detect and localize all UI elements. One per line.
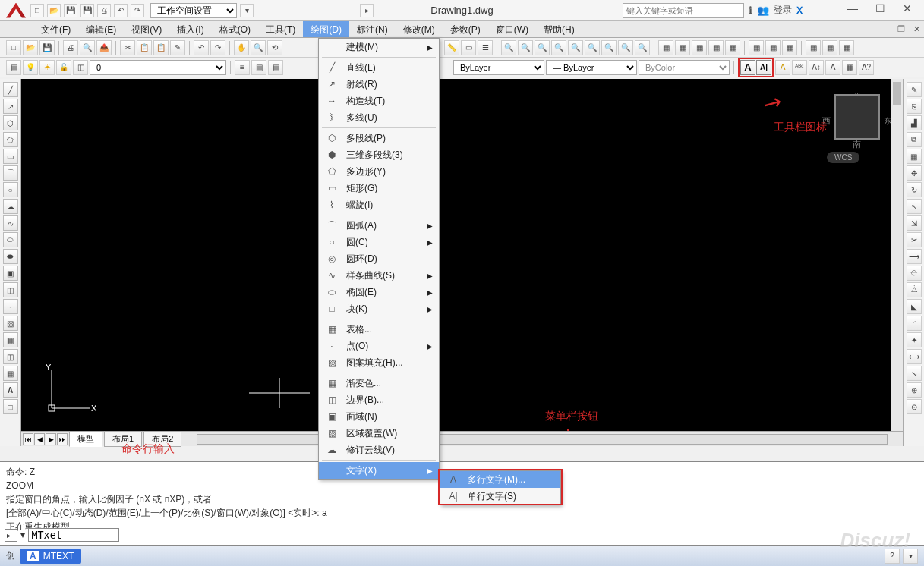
- command-input[interactable]: [28, 528, 119, 542]
- tb-view2-icon[interactable]: ▦: [675, 40, 690, 55]
- scale-icon[interactable]: ⤡: [907, 199, 922, 214]
- tb-view3-icon[interactable]: ▦: [692, 40, 707, 55]
- tb-open-icon[interactable]: 📂: [23, 40, 38, 55]
- tab-next-icon[interactable]: ▶: [46, 433, 56, 445]
- rotate-icon[interactable]: ↻: [907, 182, 922, 197]
- minimize-button[interactable]: —: [839, 0, 866, 17]
- menu-item-矩形(G)[interactable]: ▭矩形(G): [319, 180, 439, 197]
- leader-icon[interactable]: ↘: [907, 366, 922, 381]
- tab-model[interactable]: 模型: [69, 431, 102, 447]
- tab-prev-icon[interactable]: ◀: [34, 433, 45, 445]
- tb-pan-icon[interactable]: ✋: [234, 40, 249, 55]
- region-icon[interactable]: ◫: [3, 349, 18, 364]
- app-logo-icon[interactable]: [6, 3, 26, 18]
- menu-item-面域(N)[interactable]: ▣面域(N): [319, 408, 439, 425]
- info-icon[interactable]: ℹ: [749, 5, 752, 16]
- menu-item-螺旋(I)[interactable]: ⌇螺旋(I): [319, 197, 439, 213]
- trim-icon[interactable]: ✂: [907, 232, 922, 247]
- table-icon[interactable]: ▦: [3, 366, 18, 381]
- mdi-restore-button[interactable]: ❐: [894, 21, 909, 36]
- layers-icon[interactable]: ▤: [6, 60, 21, 75]
- stretch-icon[interactable]: ⇲: [907, 215, 922, 231]
- plotstyle-select[interactable]: ByColor: [639, 60, 730, 75]
- revcloud-icon[interactable]: ☁: [3, 199, 18, 214]
- ellipsearc-icon[interactable]: ⬬: [3, 249, 18, 264]
- submenu-item-多行文字(M)...[interactable]: A多行文字(M)...: [440, 471, 560, 488]
- break-icon[interactable]: ⦵: [907, 266, 922, 281]
- tb-view7-icon[interactable]: ▦: [765, 40, 781, 55]
- viewcube[interactable]: 北 西 东 南 WCS: [827, 86, 888, 163]
- point-icon[interactable]: ·: [3, 299, 18, 314]
- mirror-icon[interactable]: ▟: [907, 115, 922, 130]
- tb-layer3-icon[interactable]: ▦: [839, 40, 854, 55]
- tb-save-icon[interactable]: 💾: [39, 40, 55, 55]
- menu-item-构造线(T)[interactable]: ↔构造线(T): [319, 93, 439, 109]
- spellcheck-icon[interactable]: ᴬᴮᶜ: [792, 60, 807, 75]
- tb-zoom-center-icon[interactable]: 🔍: [551, 40, 566, 55]
- cmd-expand-icon[interactable]: ▸_: [5, 529, 17, 542]
- line-icon[interactable]: ╱: [3, 82, 18, 97]
- freeze-icon[interactable]: ☀: [39, 60, 55, 75]
- tb-view8-icon[interactable]: ▦: [782, 40, 797, 55]
- tb-new-icon[interactable]: □: [6, 40, 21, 55]
- copy-icon[interactable]: ⎘: [907, 99, 922, 114]
- dtext-icon[interactable]: A|: [756, 60, 771, 75]
- menu-item-图案填充(H)...[interactable]: ▨图案填充(H)...: [319, 354, 439, 371]
- wcs-label[interactable]: WCS: [827, 152, 859, 163]
- tb-redo-icon[interactable]: ↷: [210, 40, 225, 55]
- submenu-item-单行文字(S)[interactable]: A|单行文字(S): [440, 488, 560, 505]
- tb-view6-icon[interactable]: ▦: [749, 40, 764, 55]
- tb-zoom-in-icon[interactable]: 🔍: [585, 40, 600, 55]
- tb-layer1-icon[interactable]: ▦: [806, 40, 821, 55]
- tb-undo-icon[interactable]: ↶: [194, 40, 209, 55]
- menu-item-圆环(D)[interactable]: ◎圆环(D): [319, 250, 439, 267]
- menu-file[interactable]: 文件(F): [33, 21, 78, 37]
- menu-item-渐变色...[interactable]: ▦渐变色...: [319, 375, 439, 391]
- xline-icon[interactable]: ↗: [3, 99, 18, 114]
- textscale-icon[interactable]: A↕: [809, 60, 824, 75]
- field-icon[interactable]: ▦: [842, 60, 857, 75]
- menu-item-三维多段线(3)[interactable]: ⬢三维多段线(3): [319, 146, 439, 163]
- tb-qselect-icon[interactable]: ☰: [478, 40, 493, 55]
- layer-select[interactable]: 0: [90, 60, 226, 75]
- hatch-icon[interactable]: ▨: [3, 316, 18, 331]
- pline-icon[interactable]: ⬡: [3, 115, 18, 130]
- tb-zoom-scale-icon[interactable]: 🔍: [535, 40, 550, 55]
- fillet-icon[interactable]: ◜: [907, 316, 922, 331]
- menu-item-点(O)[interactable]: ·点(O)▶: [319, 338, 439, 354]
- menu-insert[interactable]: 插入(I): [169, 21, 211, 37]
- tb-layer2-icon[interactable]: ▦: [822, 40, 837, 55]
- qat-new-icon[interactable]: □: [30, 4, 44, 17]
- gradient-icon[interactable]: ▦: [3, 332, 18, 347]
- tb-copy-icon[interactable]: 📋: [137, 40, 152, 55]
- menu-parametric[interactable]: 参数(P): [443, 21, 488, 37]
- workspace-select[interactable]: 工作空间设置—: [150, 3, 237, 18]
- lock-icon[interactable]: 🔓: [56, 60, 71, 75]
- tb-zoomprev-icon[interactable]: ⟲: [267, 40, 282, 55]
- tb-preview-icon[interactable]: 🔍: [80, 40, 95, 55]
- tb-view5-icon[interactable]: ▦: [725, 40, 740, 55]
- menu-item-圆(C)[interactable]: ○圆(C)▶: [319, 234, 439, 250]
- exchange-icon[interactable]: Ⅹ: [796, 5, 803, 16]
- qat-undo-icon[interactable]: ↶: [114, 4, 128, 17]
- color-icon[interactable]: ◫: [73, 60, 88, 75]
- menu-window[interactable]: 窗口(W): [488, 21, 536, 37]
- ellipse-icon[interactable]: ⬭: [3, 232, 18, 247]
- dim-icon[interactable]: ⟷: [907, 349, 922, 364]
- menu-item-区域覆盖(W)[interactable]: ▨区域覆盖(W): [319, 425, 439, 442]
- qat-open-icon[interactable]: 📂: [47, 4, 61, 17]
- menu-draw[interactable]: 绘图(D): [303, 21, 349, 37]
- array-icon[interactable]: ▦: [907, 149, 922, 164]
- vertical-scrollbar[interactable]: [891, 79, 903, 431]
- tolerance-icon[interactable]: ⊕: [907, 382, 922, 398]
- title-arrow-icon[interactable]: ▸: [360, 4, 374, 17]
- tb-paste-icon[interactable]: 📋: [153, 40, 169, 55]
- search-input[interactable]: [623, 3, 744, 18]
- qat-saveas-icon[interactable]: 💾: [80, 4, 94, 17]
- mtext-icon[interactable]: A: [740, 60, 755, 75]
- tab-last-icon[interactable]: ⏭: [57, 433, 68, 445]
- explode-icon[interactable]: ✦: [907, 332, 922, 347]
- tb-area-icon[interactable]: ▭: [461, 40, 476, 55]
- erase-icon[interactable]: ✎: [907, 82, 922, 97]
- menu-help[interactable]: 帮助(H): [536, 21, 582, 37]
